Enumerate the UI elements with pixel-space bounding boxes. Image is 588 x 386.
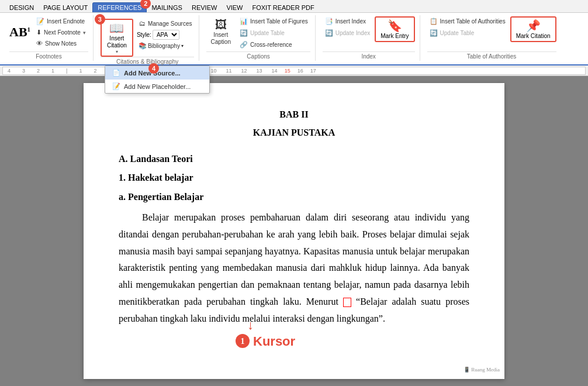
section-a-heading: A. Landasan Teori [119, 151, 469, 168]
cross-reference-label: Cross-reference [250, 42, 292, 48]
add-new-placeholder-label: Add New Placeholder... [124, 83, 191, 90]
citations-group: 3 📖 InsertCitation ▾ 🗂 Manage Sources St… [96, 15, 200, 61]
doc-title-1: BAB II [119, 106, 469, 123]
captions-group: 🖼 InsertCaption 📊 Insert Table of Figure… [202, 15, 315, 61]
bibliography-arrow: ▾ [181, 43, 184, 49]
add-new-placeholder-item[interactable]: 📝 Add New Placeholder... [105, 80, 209, 93]
kursor-arrow-icon: ↓ [247, 313, 254, 337]
update-auth-icon: 🔄 [430, 29, 438, 37]
watermark: 📱 Ruang Media [464, 365, 500, 374]
badge-4: 4 [148, 63, 159, 74]
update-table-authorities-button[interactable]: 🔄 Update Table [427, 28, 508, 38]
mark-citation-label: Mark Citation [516, 33, 551, 40]
authorities-label: Table of Authorities [427, 51, 556, 60]
menu-foxit[interactable]: FOXIT READER PDF [248, 3, 319, 12]
mark-entry-button[interactable]: 🔖 Mark Entry [375, 16, 414, 42]
manage-sources-button[interactable]: 🗂 Manage Sources [137, 19, 195, 28]
ruler-inner: 4 3 2 1 | 1 2 3 4 5 6 7 8 9 10 11 12 13 … [2, 67, 586, 75]
mark-entry-label: Mark Entry [381, 33, 409, 40]
show-notes-label: Show Notes [45, 40, 77, 47]
cross-reference-button[interactable]: 🔗 Cross-reference [237, 40, 310, 50]
mark-citation-button[interactable]: 📌 Mark Citation [510, 16, 556, 42]
citations-label: Citations & Bibliography [101, 57, 195, 65]
text-cursor [343, 298, 351, 307]
bibliography-button[interactable]: 📚 Bibliography ▾ [137, 42, 195, 50]
mark-citation-icon: 📌 [526, 19, 541, 33]
document-area: BAB II KAJIAN PUSTAKA A. Landasan Teori … [0, 76, 588, 386]
section-1-heading: 1. Hakekat belajar [119, 170, 469, 187]
kursor-annotation: ↓ 1 Kursor [119, 330, 469, 353]
authorities-group: 📋 Insert Table of Authorities 🔄 Update T… [423, 15, 561, 61]
mark-entry-icon: 🔖 [388, 19, 402, 33]
bibliography-label: Bibliography [148, 43, 180, 49]
ruler: 4 3 2 1 | 1 2 3 4 5 6 7 8 9 10 11 12 13 … [0, 66, 588, 76]
update-table-captions-icon: 🔄 [240, 29, 248, 37]
ribbon: AB1 📝 Insert Endnote ⬇ Next Footnote ▾ [0, 13, 588, 66]
update-table-captions-button[interactable]: 🔄 Update Table [237, 28, 310, 38]
show-notes-button[interactable]: 👁 Show Notes [34, 39, 88, 48]
style-select[interactable]: APA [153, 30, 179, 40]
index-group: 📑 Insert Index 🔄 Update Index 🔖 Mark Ent… [318, 15, 420, 61]
body-paragraph: Belajar merupakan proses pembaharuan dal… [119, 209, 469, 328]
menu-design[interactable]: DESIGN [5, 3, 39, 12]
insert-auth-icon: 📋 [430, 18, 438, 25]
menu-mailings[interactable]: MAILINGS [147, 3, 187, 12]
next-footnote-button[interactable]: ⬇ Next Footnote ▾ [34, 27, 88, 37]
menu-references-label: REFERENCES [98, 4, 141, 11]
insert-table-authorities-button[interactable]: 📋 Insert Table of Authorities [427, 16, 508, 26]
manage-sources-label: Manage Sources [148, 20, 192, 27]
style-label: Style: [137, 32, 151, 38]
captions-label: Captions [206, 51, 310, 60]
insert-caption-button[interactable]: 🖼 InsertCaption [206, 16, 234, 47]
update-table-authorities-label: Update Table [440, 30, 475, 36]
menu-review[interactable]: REVIEW [187, 3, 222, 12]
insert-table-figures-label: Insert Table of Figures [250, 18, 308, 25]
index-label: Index [323, 51, 415, 60]
ab-icon: AB1 [9, 26, 30, 39]
manage-sources-icon: 🗂 [139, 20, 146, 27]
insert-endnote-label: Insert Endnote [47, 18, 85, 25]
show-notes-icon: 👁 [36, 40, 43, 47]
paragraph-text: Belajar merupakan proses pembaharuan dal… [119, 212, 469, 306]
update-table-captions-label: Update Table [250, 30, 285, 36]
insert-table-figures-button[interactable]: 📊 Insert Table of Figures [237, 16, 310, 26]
caption-icon: 🖼 [215, 18, 227, 32]
next-footnote-label: Next Footnote [44, 29, 81, 36]
cross-reference-icon: 🔗 [240, 41, 248, 49]
bibliography-icon: 📚 [139, 42, 147, 50]
endnote-icon: 📝 [36, 18, 44, 25]
kursor-label: Kursor [253, 330, 295, 353]
menu-view[interactable]: VIEW [222, 3, 247, 12]
update-index-label: Update Index [335, 30, 371, 36]
citation-icon: 📖 [109, 21, 124, 35]
insert-citation-label: InsertCitation [107, 35, 127, 49]
footnotes-group: AB1 📝 Insert Endnote ⬇ Next Footnote ▾ [5, 15, 94, 61]
update-index-button[interactable]: 🔄 Update Index [323, 28, 373, 38]
insert-index-label: Insert Index [335, 18, 366, 25]
section-a1-heading: a. Pengertian Belajar [119, 189, 469, 206]
source-icon: 📄 [112, 69, 120, 77]
footnotes-label: Footnotes [9, 51, 88, 60]
insert-citation-button[interactable]: 📖 InsertCitation ▾ [101, 19, 133, 57]
insert-figures-icon: 📊 [240, 18, 248, 25]
insert-index-button[interactable]: 📑 Insert Index [323, 16, 373, 26]
next-footnote-icon: ⬇ [36, 29, 41, 36]
insert-caption-label: InsertCaption [210, 32, 230, 46]
placeholder-icon: 📝 [112, 82, 120, 90]
insert-table-authorities-label: Insert Table of Authorities [440, 18, 506, 25]
insert-index-icon: 📑 [325, 18, 333, 25]
badge-3: 3 [95, 14, 105, 25]
menu-bar: DESIGN PAGE LAYOUT REFERENCES 2 MAILINGS… [0, 0, 588, 13]
menu-references[interactable]: REFERENCES 2 [92, 2, 147, 12]
doc-title-2: KAJIAN PUSTAKA [119, 125, 469, 142]
update-index-icon: 🔄 [325, 29, 333, 37]
menu-page-layout[interactable]: PAGE LAYOUT [39, 3, 92, 12]
citation-dropdown-arrow[interactable]: ▾ [116, 49, 118, 54]
insert-endnote-button[interactable]: 📝 Insert Endnote [34, 16, 88, 26]
document-page[interactable]: BAB II KAJIAN PUSTAKA A. Landasan Teori … [84, 83, 504, 379]
